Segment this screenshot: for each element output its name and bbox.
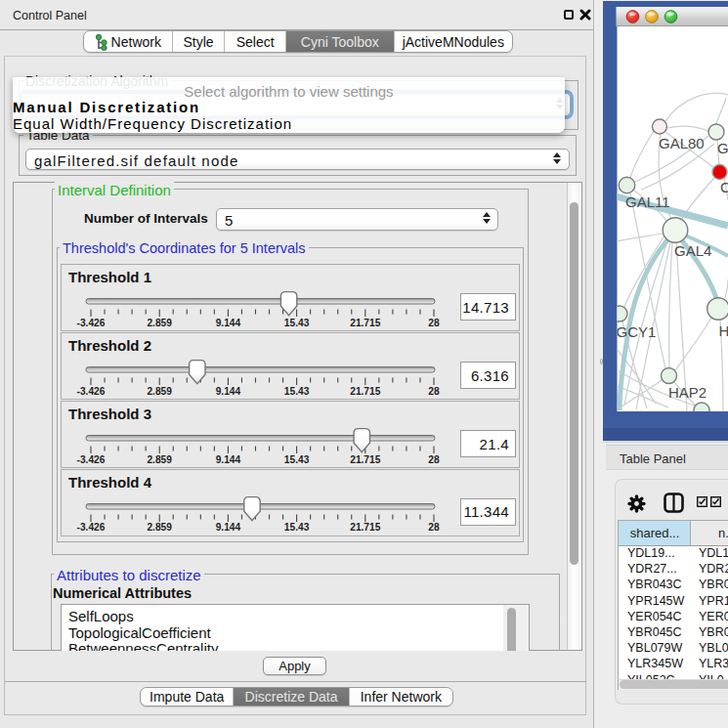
svg-text:CR: CR	[720, 179, 728, 195]
svg-text:GA: GA	[717, 140, 728, 156]
svg-text:GAL4: GAL4	[674, 242, 711, 259]
svg-text:GAL11: GAL11	[625, 193, 670, 210]
svg-text:GCY1: GCY1	[617, 323, 657, 340]
svg-text:HAP2: HAP2	[668, 384, 707, 401]
svg-text:HIS: HIS	[719, 322, 728, 339]
svg-text:GAL80: GAL80	[659, 135, 705, 151]
